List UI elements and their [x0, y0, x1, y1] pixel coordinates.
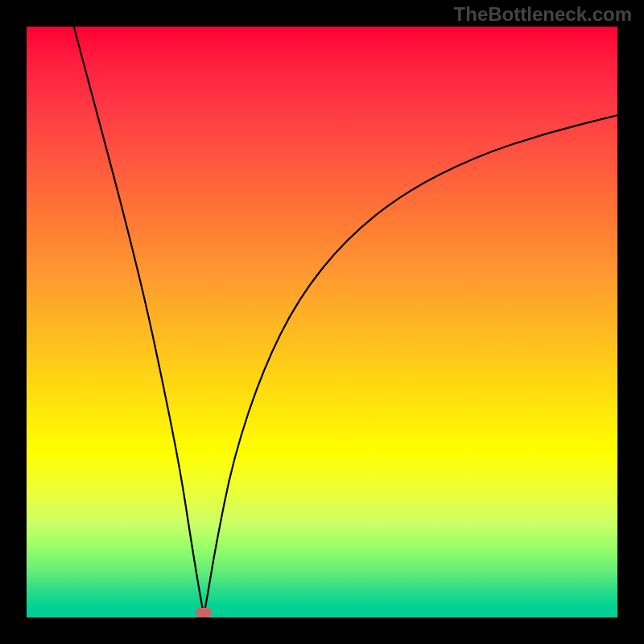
watermark-text: TheBottleneck.com	[454, 3, 632, 26]
bottleneck-curve	[74, 27, 617, 611]
curve-svg	[27, 27, 617, 617]
optimum-marker	[196, 608, 212, 617]
chart-plot-area	[27, 27, 617, 617]
